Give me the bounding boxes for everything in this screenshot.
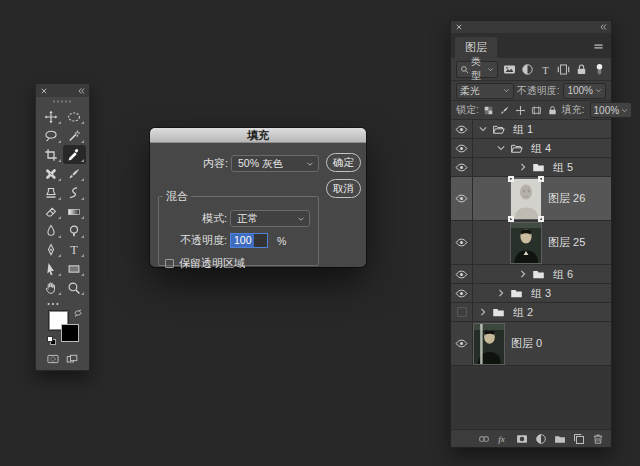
layer-name: 组 5 — [553, 160, 573, 175]
chevron-right-icon[interactable] — [478, 307, 488, 317]
filter-type-icon[interactable]: T — [539, 63, 552, 76]
layer-row[interactable]: 组 4 — [451, 139, 611, 158]
add-mask-icon[interactable] — [516, 433, 528, 445]
layer-row[interactable]: 组 1 — [451, 120, 611, 139]
link-layers-icon[interactable] — [478, 433, 490, 445]
visibility-toggle[interactable] — [451, 303, 473, 321]
background-color-swatch[interactable] — [61, 324, 79, 342]
chevron-down-icon — [306, 160, 314, 168]
filter-image-icon[interactable] — [503, 63, 516, 76]
visibility-toggle[interactable] — [451, 221, 473, 264]
history-brush-tool[interactable] — [63, 183, 87, 202]
visibility-toggle[interactable] — [451, 284, 473, 302]
brush-tool[interactable] — [63, 164, 87, 183]
path-select-tool[interactable] — [39, 259, 63, 278]
gradient-tool[interactable] — [63, 202, 87, 221]
svg-text:T: T — [71, 243, 79, 257]
layer-row[interactable]: 组 2 — [451, 303, 611, 322]
eraser-tool[interactable] — [39, 202, 63, 221]
layer-effects-icon[interactable]: fx — [497, 433, 509, 445]
cancel-button[interactable]: 取消 — [326, 179, 361, 198]
zoom-icon — [67, 281, 81, 295]
filter-kind-select[interactable]: 类型 — [456, 61, 498, 78]
lasso-icon — [44, 129, 58, 143]
content-select[interactable]: 50% 灰色 — [231, 155, 319, 172]
visibility-toggle[interactable] — [451, 177, 473, 220]
close-icon[interactable] — [455, 23, 463, 31]
chevron-right-icon[interactable] — [518, 162, 528, 172]
layer-row[interactable]: 图层 25 — [451, 221, 611, 265]
lock-pixels-icon[interactable] — [499, 105, 510, 116]
visibility-toggle[interactable] — [451, 322, 473, 365]
lock-position-icon[interactable] — [515, 105, 526, 116]
healing-brush-tool[interactable] — [39, 164, 63, 183]
chevron-down-icon[interactable] — [478, 124, 488, 134]
lasso-tool[interactable] — [39, 126, 63, 145]
layer-row[interactable]: 组 3 — [451, 284, 611, 303]
layer-row[interactable]: 组 6 — [451, 265, 611, 284]
ok-button[interactable]: 确定 — [326, 153, 361, 172]
layer-thumbnail[interactable] — [511, 223, 541, 263]
layer-opacity-select[interactable]: 100% — [563, 83, 606, 99]
move-tool[interactable] — [39, 107, 63, 126]
panel-menu-icon[interactable] — [592, 41, 605, 52]
dialog-title[interactable]: 填充 — [150, 128, 366, 143]
new-adjustment-icon[interactable] — [535, 433, 547, 445]
default-colors-icon[interactable] — [47, 336, 56, 345]
preserve-transparency-checkbox[interactable] — [165, 259, 174, 268]
lock-artboard-icon[interactable] — [531, 105, 542, 116]
layers-lock-row: 锁定: 填充: 100% — [451, 101, 611, 120]
quick-mask-icon[interactable] — [46, 353, 60, 365]
layer-row[interactable]: 图层 0 — [451, 322, 611, 366]
visibility-toggle[interactable] — [451, 265, 473, 283]
layer-fill-value: 100% — [594, 105, 620, 116]
filter-frame-icon[interactable] — [557, 63, 570, 76]
close-icon[interactable] — [40, 87, 48, 95]
opacity-input[interactable]: 100 — [230, 233, 268, 248]
visibility-toggle[interactable] — [451, 139, 473, 157]
eyedropper-tool[interactable] — [63, 145, 87, 164]
layer-opacity-label: 不透明度: — [517, 84, 560, 98]
shape-tool[interactable] — [63, 259, 87, 278]
visibility-toggle[interactable] — [451, 158, 473, 176]
preserve-row: 保留透明区域 — [165, 256, 245, 271]
collapse-panel-icon[interactable] — [77, 87, 85, 95]
blend-mode-select[interactable]: 柔光 — [456, 83, 514, 99]
crop-tool[interactable] — [39, 145, 63, 164]
layers-blend-row: 柔光 不透明度: 100% — [451, 81, 611, 101]
dialog-buttons: 确定 取消 — [326, 153, 361, 198]
layer-row[interactable]: 组 5 — [451, 158, 611, 177]
pen-tool[interactable] — [39, 240, 63, 259]
hand-tool[interactable] — [39, 278, 63, 297]
dodge-tool[interactable] — [63, 221, 87, 240]
chevron-down-icon[interactable] — [496, 143, 506, 153]
layer-thumbnail[interactable] — [474, 324, 504, 364]
delete-layer-icon[interactable] — [592, 433, 604, 445]
folder-icon — [491, 123, 506, 136]
filter-adjustment-icon[interactable] — [521, 63, 534, 76]
new-layer-icon[interactable] — [573, 433, 585, 445]
collapse-panel-icon[interactable] — [599, 23, 607, 31]
lock-transparent-icon[interactable] — [483, 105, 494, 116]
chevron-right-icon[interactable] — [496, 288, 506, 298]
type-tool[interactable]: T — [63, 240, 87, 259]
visibility-toggle[interactable] — [451, 120, 473, 138]
smudge-tool[interactable] — [39, 221, 63, 240]
layer-row[interactable]: 图层 26 — [451, 177, 611, 221]
clone-stamp-tool[interactable] — [39, 183, 63, 202]
new-group-icon[interactable] — [554, 433, 566, 445]
mode-select[interactable]: 正常 — [230, 210, 310, 227]
marquee-tool[interactable] — [63, 107, 87, 126]
screen-mode-icon[interactable] — [65, 353, 79, 365]
zoom-tool[interactable] — [63, 278, 87, 297]
magic-wand-tool[interactable] — [63, 126, 87, 145]
filter-lock-icon[interactable] — [575, 63, 588, 76]
layer-thumbnail[interactable] — [511, 179, 541, 219]
lock-all-icon[interactable] — [547, 105, 558, 116]
swap-colors-icon[interactable] — [73, 308, 83, 318]
filter-toggle-icon[interactable] — [593, 63, 606, 76]
dodge-icon — [67, 224, 81, 238]
panel-grip[interactable] — [36, 97, 89, 106]
chevron-right-icon[interactable] — [518, 269, 528, 279]
layer-fill-select[interactable]: 100% — [590, 102, 633, 118]
